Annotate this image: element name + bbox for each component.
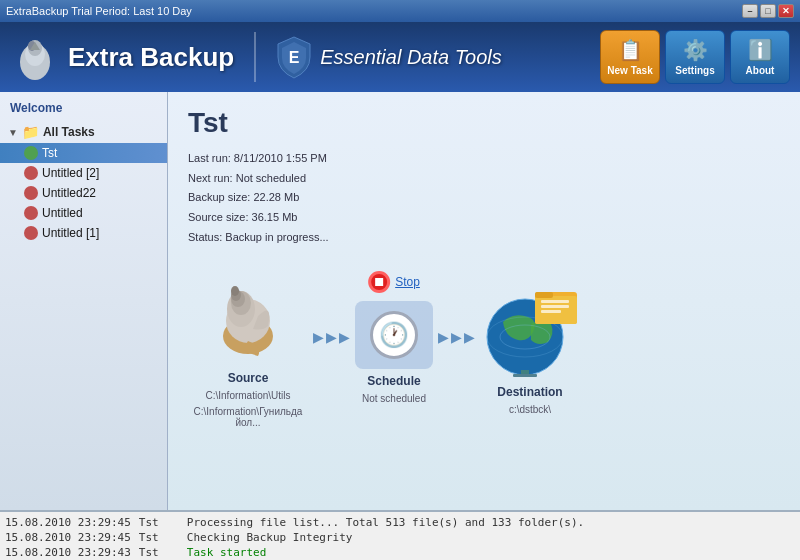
content-area: Tst Last run: 8/11/2010 1:55 PM Next run…	[168, 92, 800, 510]
destination-path: c:\dstbck\	[509, 404, 551, 415]
log-time: 15.08.2010 23:29:45	[5, 516, 131, 529]
logo-area: Extra Backup	[10, 32, 234, 82]
main-layout: Welcome ▼ 📁 All Tasks Tst Untitled [2] U…	[0, 92, 800, 510]
source-size: Source size: 36.15 Mb	[188, 208, 780, 227]
arrows-2: ▶ ▶ ▶	[438, 329, 475, 365]
new-task-icon: 📋	[618, 38, 643, 62]
backup-size: Backup size: 22.28 Mb	[188, 188, 780, 207]
task-name-untitled1: Untitled [1]	[42, 226, 99, 240]
sidebar: Welcome ▼ 📁 All Tasks Tst Untitled [2] U…	[0, 92, 168, 510]
log-area: 15.08.2010 23:29:45 Tst Processing file …	[0, 510, 800, 560]
log-time: 15.08.2010 23:29:43	[5, 546, 131, 559]
log-time: 15.08.2010 23:29:45	[5, 531, 131, 544]
settings-button[interactable]: ⚙️ Settings	[665, 30, 725, 84]
brand-area: E Essential Data Tools	[276, 35, 502, 79]
task-active-icon	[24, 146, 38, 160]
sidebar-item-untitled2[interactable]: Untitled [2]	[0, 163, 167, 183]
sidebar-item-untitled1[interactable]: Untitled [1]	[0, 223, 167, 243]
dest-icon-wrap	[480, 280, 580, 380]
svg-text:E: E	[289, 49, 300, 66]
log-task: Tst	[139, 546, 179, 559]
arrow-icon-1: ▶	[313, 329, 324, 345]
arrow-icon-4: ▶	[438, 329, 449, 345]
log-task: Tst	[139, 531, 179, 544]
new-task-button[interactable]: 📋 New Task	[600, 30, 660, 84]
header-buttons: 📋 New Task ⚙️ Settings ℹ️ About	[600, 30, 790, 84]
svg-rect-19	[535, 292, 553, 298]
minimize-button[interactable]: –	[742, 4, 758, 18]
about-icon: ℹ️	[748, 38, 773, 62]
task-icon-3	[24, 226, 38, 240]
log-row: 15.08.2010 23:29:45 Tst Checking Backup …	[5, 530, 795, 545]
source-label: Source	[228, 371, 269, 385]
window-controls: – □ ✕	[742, 4, 794, 18]
arrow-icon-6: ▶	[464, 329, 475, 345]
maximize-button[interactable]: □	[760, 4, 776, 18]
brand-shield-icon: E	[276, 35, 312, 79]
sidebar-item-untitled[interactable]: Untitled	[0, 203, 167, 223]
settings-icon: ⚙️	[683, 38, 708, 62]
log-row: 15.08.2010 23:29:45 Tst Processing file …	[5, 515, 795, 530]
task-status: Status: Backup in progress...	[188, 228, 780, 247]
folder-icon: 📁	[22, 124, 39, 140]
logo-text: Extra Backup	[68, 42, 234, 73]
schedule-node: Stop 🕐 Schedule Not scheduled	[355, 301, 433, 404]
workflow: Source C:\Information\Utils C:\Informati…	[188, 266, 780, 428]
destination-label: Destination	[497, 385, 562, 399]
source-path1: C:\Information\Utils	[205, 390, 290, 401]
title-bar: ExtraBackup Trial Period: Last 10 Day – …	[0, 0, 800, 22]
header-divider	[254, 32, 256, 82]
last-run: Last run: 8/11/2010 1:55 PM	[188, 149, 780, 168]
arrow-down-icon: ▼	[8, 127, 18, 138]
task-name-untitled22: Untitled22	[42, 186, 96, 200]
group-label: All Tasks	[43, 125, 95, 139]
app-header: Extra Backup E Essential Data Tools 📋 Ne…	[0, 22, 800, 92]
sidebar-item-untitled22[interactable]: Untitled22	[0, 183, 167, 203]
window-title: ExtraBackup Trial Period: Last 10 Day	[6, 5, 192, 17]
svg-point-12	[231, 286, 239, 296]
task-title: Tst	[188, 107, 780, 139]
svg-rect-24	[513, 374, 537, 377]
task-name-tst: Tst	[42, 146, 57, 160]
schedule-label: Schedule	[367, 374, 420, 388]
log-message: Checking Backup Integrity	[187, 531, 353, 544]
brand-text: Essential Data Tools	[320, 46, 502, 69]
sidebar-welcome: Welcome	[0, 97, 167, 119]
arrow-icon-3: ▶	[339, 329, 350, 345]
log-message: Task started	[187, 546, 266, 559]
task-icon-1	[24, 186, 38, 200]
arrow-icon-2: ▶	[326, 329, 337, 345]
task-name-untitled2: Untitled [2]	[42, 166, 99, 180]
sidebar-item-tst[interactable]: Tst	[0, 143, 167, 163]
about-button[interactable]: ℹ️ About	[730, 30, 790, 84]
stop-label: Stop	[395, 275, 420, 289]
source-node: Source C:\Information\Utils C:\Informati…	[188, 266, 308, 428]
task-name-untitled: Untitled	[42, 206, 83, 220]
stop-square-icon	[375, 278, 383, 286]
schedule-sub: Not scheduled	[362, 393, 426, 404]
svg-rect-21	[541, 305, 569, 308]
task-info: Last run: 8/11/2010 1:55 PM Next run: No…	[188, 149, 780, 246]
all-tasks-group[interactable]: ▼ 📁 All Tasks	[0, 121, 167, 143]
source-eagle-icon	[203, 271, 293, 361]
log-row: 15.08.2010 23:29:43 Tst Task started	[5, 545, 795, 560]
source-icon-wrap	[198, 266, 298, 366]
task-icon-0	[24, 166, 38, 180]
app-logo-icon	[10, 32, 60, 82]
close-button[interactable]: ✕	[778, 4, 794, 18]
clock-icon: 🕐	[370, 311, 418, 359]
task-icon-2	[24, 206, 38, 220]
stop-button[interactable]: Stop	[368, 271, 420, 293]
source-path2: C:\Information\Гунильда йол...	[188, 406, 308, 428]
destination-node: Destination c:\dstbck\	[480, 280, 580, 415]
next-run: Next run: Not scheduled	[188, 169, 780, 188]
sidebar-group: ▼ 📁 All Tasks Tst Untitled [2] Untitled2…	[0, 121, 167, 243]
log-message: Processing file list... Total 513 file(s…	[187, 516, 584, 529]
svg-rect-20	[541, 300, 569, 303]
svg-rect-22	[541, 310, 561, 313]
arrow-icon-5: ▶	[451, 329, 462, 345]
log-task: Tst	[139, 516, 179, 529]
destination-globe-icon	[483, 282, 578, 377]
stop-circle-icon	[368, 271, 390, 293]
schedule-box: 🕐	[355, 301, 433, 369]
